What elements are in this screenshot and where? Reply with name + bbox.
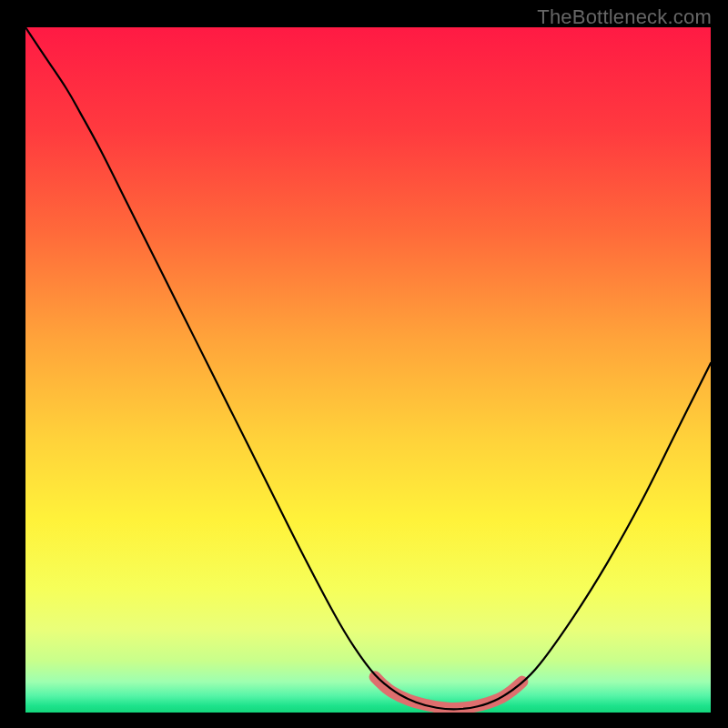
chart-container: TheBottleneck.com [0,0,728,728]
gradient-background [25,27,711,713]
plot-area [25,27,711,713]
watermark-text: TheBottleneck.com [537,5,712,29]
chart-svg [25,27,711,713]
